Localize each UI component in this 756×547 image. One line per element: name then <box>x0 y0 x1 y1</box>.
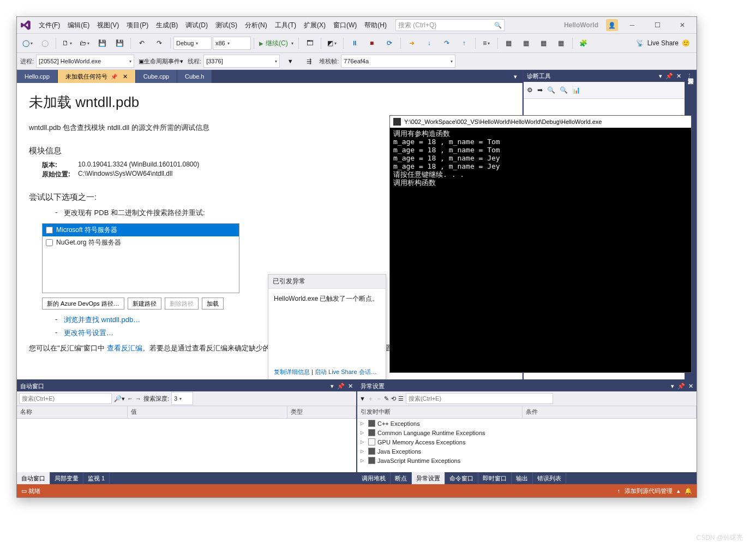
menu-debug[interactable]: 调试(D) <box>182 19 211 32</box>
lifecycle-events-button[interactable]: ▣ 生命周期事件 ▾ <box>136 55 185 68</box>
symbol-server-nuget[interactable]: NuGet.org 符号服务器 <box>43 236 239 249</box>
tool-button[interactable]: ▦ <box>553 37 569 50</box>
search-icon[interactable]: 🔎▾ <box>114 395 125 402</box>
configuration-combo[interactable]: Debug <box>173 37 212 50</box>
browse-pdb-link[interactable]: 浏览并查找 wntdll.pdb… <box>64 316 140 324</box>
nav-prev-icon[interactable]: ← <box>127 395 133 402</box>
quick-launch-search[interactable]: 搜索 (Ctrl+Q) 🔍 <box>395 19 505 31</box>
col-name[interactable]: 名称 <box>17 406 128 418</box>
zoom-out-icon[interactable]: 🔍 <box>560 86 568 94</box>
tab-cube-h[interactable]: Cube.h <box>177 70 212 83</box>
tab-immediate[interactable]: 即时窗口 <box>478 472 512 484</box>
exception-category-row[interactable]: ▷GPU Memory Access Exceptions <box>357 437 697 447</box>
notifications-icon[interactable]: 🔔 <box>685 487 692 495</box>
step-out-button[interactable]: ↑ <box>456 37 472 50</box>
continue-button[interactable]: 继续(C) <box>257 37 296 50</box>
tool-button[interactable]: ▦ <box>536 37 552 50</box>
tab-breakpoints[interactable]: 断点 <box>391 472 412 484</box>
pin-icon[interactable]: 📌 <box>677 383 685 390</box>
tab-callstack[interactable]: 调用堆栈 <box>357 472 391 484</box>
menu-view[interactable]: 视图(V) <box>94 19 122 32</box>
back-button[interactable]: ◯ <box>19 37 35 50</box>
col-type[interactable]: 类型 <box>287 406 356 418</box>
exception-category-row[interactable]: ▷Java Exceptions <box>357 447 697 456</box>
step-over-button[interactable]: ↷ <box>439 37 455 50</box>
tab-exception-settings[interactable]: 异常设置 <box>412 472 445 484</box>
nav-next-icon[interactable]: → <box>135 395 141 402</box>
menu-tools[interactable]: 工具(T) <box>272 19 299 32</box>
tab-hello-cpp[interactable]: Hello.cpp <box>17 70 58 83</box>
tab-command-window[interactable]: 命令窗口 <box>445 472 478 484</box>
col-condition[interactable]: 条件 <box>523 406 697 418</box>
step-into-button[interactable]: ↓ <box>421 37 437 50</box>
tool-button[interactable]: ⇶ <box>301 55 317 68</box>
menu-window[interactable]: 窗口(W) <box>330 19 360 32</box>
exception-search-input[interactable] <box>406 393 553 404</box>
load-button[interactable]: 加载 <box>202 298 224 310</box>
arrow-icon[interactable]: ➡ <box>537 86 543 94</box>
tab-autos[interactable]: 自动窗口 <box>17 472 50 484</box>
tool-button[interactable]: ≡ <box>478 37 495 50</box>
menu-help[interactable]: 帮助(H) <box>361 19 390 32</box>
tab-locals[interactable]: 局部变量 <box>50 472 83 484</box>
close-icon[interactable]: ✕ <box>348 383 353 390</box>
pause-button[interactable]: ⏸ <box>346 37 363 50</box>
minimize-button[interactable]: ─ <box>621 17 643 33</box>
show-next-statement-button[interactable]: ➜ <box>404 37 420 50</box>
close-icon[interactable]: ✕ <box>688 383 693 390</box>
restart-button[interactable]: ⟳ <box>381 37 398 50</box>
stop-button[interactable]: ■ <box>364 37 380 50</box>
chevron-up-icon[interactable]: ▴ <box>677 487 680 495</box>
console-title-bar[interactable]: Y:\002_WorkSpace\002_VS\HelloWorld\Hello… <box>390 116 691 128</box>
change-symbol-settings-link[interactable]: 更改符号设置… <box>64 329 113 337</box>
search-depth-combo[interactable]: 3 <box>171 392 193 405</box>
menu-edit[interactable]: 编辑(E) <box>64 19 93 32</box>
tab-error-list[interactable]: 错误列表 <box>533 472 566 484</box>
restore-icon[interactable]: ⟲ <box>391 395 396 402</box>
save-button[interactable]: 💾 <box>94 37 110 50</box>
console-window[interactable]: Y:\002_WorkSpace\002_VS\HelloWorld\Hello… <box>389 115 692 373</box>
new-item-button[interactable]: 🗋 <box>59 37 75 50</box>
forward-button[interactable]: ◯ <box>37 37 53 50</box>
copy-details-link[interactable]: 复制详细信息 <box>274 368 310 375</box>
stackframe-combo[interactable]: 776eaf4a <box>341 55 455 68</box>
exception-category-row[interactable]: ▷C++ Exceptions <box>357 419 697 428</box>
new-ado-path-button[interactable]: 新的 Azure DevOps 路径… <box>42 298 124 310</box>
live-share-button[interactable]: Live Share <box>647 39 679 47</box>
start-live-share-link[interactable]: 启动 Live Share 会话… <box>315 368 377 375</box>
tab-overflow-button[interactable]: ▾ <box>508 70 523 83</box>
feedback-icon[interactable]: 🙂 <box>682 39 690 47</box>
menu-extensions[interactable]: 扩展(X) <box>301 19 329 32</box>
gear-icon[interactable]: ⚙ <box>527 86 533 94</box>
undo-button[interactable]: ↶ <box>134 37 150 50</box>
redo-button[interactable]: ↷ <box>151 37 167 50</box>
menu-build[interactable]: 生成(B) <box>153 19 181 32</box>
menu-file[interactable]: 文件(F) <box>35 19 63 32</box>
zoom-in-icon[interactable]: 🔍 <box>547 86 555 94</box>
menu-test[interactable]: 测试(S) <box>212 19 241 32</box>
tab-watch1[interactable]: 监视 1 <box>83 472 110 484</box>
autos-search-input[interactable] <box>19 393 112 404</box>
view-disassembly-link[interactable]: 查看反汇编 <box>107 344 142 352</box>
tab-cube-cpp[interactable]: Cube.cpp <box>136 70 177 83</box>
symbol-server-microsoft[interactable]: Microsoft 符号服务器 <box>43 224 239 236</box>
dropdown-icon[interactable]: ▾ <box>331 383 334 390</box>
tool-button[interactable]: 🧩 <box>575 37 592 50</box>
maximize-button[interactable]: ☐ <box>646 17 668 33</box>
tab-output[interactable]: 输出 <box>512 472 533 484</box>
user-avatar-icon[interactable]: 👤 <box>606 19 618 31</box>
pin-icon[interactable]: 📌 <box>111 74 117 80</box>
menu-analyze[interactable]: 分析(N) <box>242 19 271 32</box>
new-path-button[interactable]: 新建路径 <box>128 298 161 310</box>
list-icon[interactable]: ☰ <box>398 395 404 402</box>
symbol-servers-listbox[interactable]: Microsoft 符号服务器 NuGet.org 符号服务器 <box>42 223 239 293</box>
col-break[interactable]: 引发时中断 <box>357 406 523 418</box>
edit-icon[interactable]: ✎ <box>384 395 389 402</box>
tool-button[interactable]: 🗔 <box>302 37 318 50</box>
exception-category-row[interactable]: ▷Common Language Runtime Exceptions <box>357 428 697 437</box>
source-control-button[interactable]: 添加到源代码管理 <box>625 487 673 495</box>
close-button[interactable]: ✕ <box>671 17 693 33</box>
close-icon[interactable]: ✕ <box>676 73 681 80</box>
menu-project[interactable]: 项目(P) <box>123 19 152 32</box>
platform-combo[interactable]: x86 <box>213 37 251 50</box>
